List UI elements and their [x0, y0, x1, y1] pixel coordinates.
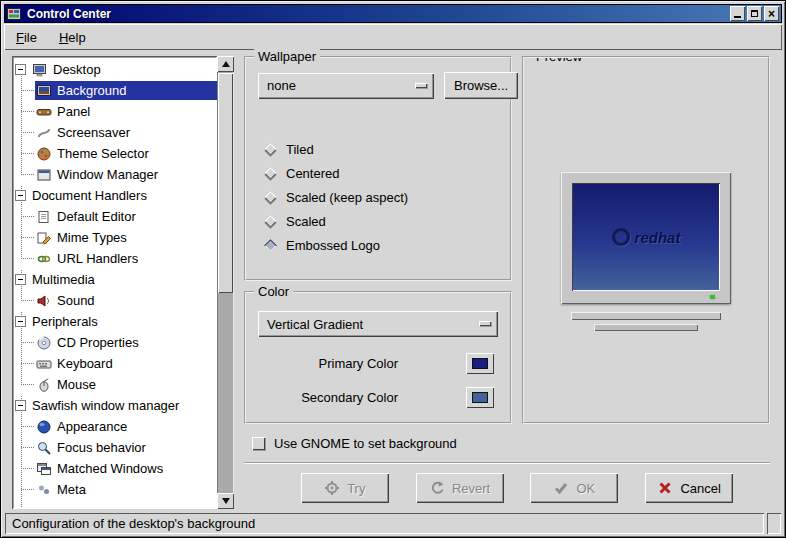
radio-indicator-icon — [264, 191, 277, 204]
wallpaper-file-value: none — [267, 78, 296, 93]
tree-connector — [15, 332, 35, 353]
tree-connector — [15, 143, 35, 164]
collapse-toggle-icon[interactable] — [15, 274, 26, 285]
minimize-icon — [734, 16, 741, 18]
minimize-button[interactable] — [730, 6, 745, 21]
scroll-down-button[interactable] — [217, 493, 234, 509]
radio-indicator-icon — [264, 167, 277, 180]
mime-types-icon — [36, 230, 52, 246]
tree-item-background[interactable]: Background — [12, 80, 217, 101]
main-content: Desktop Background Panel — [4, 50, 782, 509]
tree-item-panel[interactable]: Panel — [12, 101, 217, 122]
theme-selector-icon — [36, 146, 52, 162]
redhat-logo-text: redhat — [635, 229, 681, 246]
primary-color-button[interactable] — [466, 353, 494, 374]
secondary-color-button[interactable] — [466, 387, 494, 408]
tree-connector — [15, 290, 35, 311]
tree-item-multimedia[interactable]: Multimedia — [12, 269, 217, 290]
tree-connector — [15, 458, 35, 479]
menu-file[interactable]: File — [8, 27, 45, 48]
tree-item-mime-types[interactable]: Mime Types — [12, 227, 217, 248]
tree-item-desktop[interactable]: Desktop — [12, 59, 217, 80]
cancel-button[interactable]: Cancel — [645, 473, 733, 503]
tree-item-focus-behavior[interactable]: Focus behavior — [12, 437, 217, 458]
window-controls: × — [730, 6, 779, 21]
settings-area: Wallpaper none Browse... Tiled — [244, 56, 776, 509]
primary-color-swatch — [472, 358, 488, 369]
matched-windows-icon — [36, 461, 52, 477]
monitor-keyboard — [571, 312, 721, 320]
menu-help[interactable]: Help — [51, 27, 94, 48]
tree-item-url-handlers[interactable]: URL Handlers — [12, 248, 217, 269]
control-center-window: Control Center × File Help Desktop — [0, 0, 786, 538]
option-menu-indicator-icon — [415, 83, 427, 88]
status-text: Configuration of the desktop's backgroun… — [5, 513, 764, 534]
tree-connector — [15, 101, 35, 122]
tree-connector — [15, 248, 35, 269]
mouse-icon — [36, 377, 52, 393]
use-gnome-row[interactable]: Use GNOME to set background — [252, 436, 770, 451]
sound-icon — [36, 293, 52, 309]
collapse-toggle-icon[interactable] — [15, 190, 26, 201]
close-button[interactable]: × — [764, 6, 779, 21]
collapse-toggle-icon[interactable] — [15, 64, 26, 75]
tree-connector — [15, 122, 35, 143]
arrow-down-icon — [222, 498, 230, 504]
gradient-dropdown[interactable]: Vertical Gradient — [258, 311, 498, 337]
tree-item-window-manager[interactable]: Window Manager — [12, 164, 217, 185]
tree-item-default-editor[interactable]: Default Editor — [12, 206, 217, 227]
tree-connector — [15, 227, 35, 248]
action-button-row: Try Revert OK Cancel — [244, 462, 770, 509]
red-x-icon — [657, 480, 673, 496]
url-handlers-icon — [36, 251, 52, 267]
tree-item-screensaver[interactable]: Screensaver — [12, 122, 217, 143]
tree-item-document-handlers[interactable]: Document Handlers — [12, 185, 217, 206]
collapse-toggle-icon[interactable] — [15, 400, 26, 411]
scrollbar-thumb[interactable] — [218, 73, 233, 293]
browse-button[interactable]: Browse... — [444, 72, 518, 99]
radio-scaled[interactable]: Scaled — [264, 209, 498, 233]
secondary-color-swatch — [472, 392, 488, 403]
focus-behavior-icon — [36, 440, 52, 456]
tree-item-sound[interactable]: Sound — [12, 290, 217, 311]
radio-scaled-keep-aspect[interactable]: Scaled (keep aspect) — [264, 185, 498, 209]
tree-item-sawfish-window-manager[interactable]: Sawfish window manager — [12, 395, 217, 416]
maximize-button[interactable] — [747, 6, 762, 21]
scrollbar-track[interactable] — [217, 72, 234, 493]
scroll-up-button[interactable] — [217, 56, 234, 72]
use-gnome-checkbox[interactable] — [252, 437, 265, 450]
titlebar[interactable]: Control Center × — [4, 4, 782, 23]
tree-item-meta[interactable]: Meta — [12, 479, 217, 500]
radio-indicator-icon — [264, 215, 277, 228]
collapse-toggle-icon[interactable] — [15, 316, 26, 327]
revert-button[interactable]: Revert — [416, 473, 504, 503]
radio-embossed-logo[interactable]: Embossed Logo — [264, 233, 498, 257]
background-icon — [36, 83, 52, 99]
tree-item-peripherals[interactable]: Peripherals — [12, 311, 217, 332]
tree-item-mouse[interactable]: Mouse — [12, 374, 217, 395]
wallpaper-file-dropdown[interactable]: none — [258, 73, 434, 99]
category-tree-panel: Desktop Background Panel — [12, 56, 234, 509]
radio-tiled[interactable]: Tiled — [264, 137, 498, 161]
maximize-icon — [751, 10, 758, 17]
tree-scrollbar[interactable] — [217, 56, 234, 509]
tree-item-theme-selector[interactable]: Theme Selector — [12, 143, 217, 164]
ok-button[interactable]: OK — [530, 473, 618, 503]
try-button[interactable]: Try — [301, 473, 389, 503]
tree-connector — [15, 416, 35, 437]
color-group-label: Color — [254, 284, 293, 299]
app-icon — [7, 7, 21, 21]
window-manager-icon — [36, 167, 52, 183]
screensaver-icon — [36, 125, 52, 141]
secondary-color-label: Secondary Color — [301, 390, 398, 405]
wallpaper-mode-radios: Tiled Centered Scaled (keep aspect) — [258, 137, 498, 257]
default-editor-icon — [36, 209, 52, 225]
tree-connector — [15, 164, 35, 185]
resize-grip[interactable] — [767, 513, 781, 534]
tree-item-cd-properties[interactable]: CD Properties — [12, 332, 217, 353]
tree-item-matched-windows[interactable]: Matched Windows — [12, 458, 217, 479]
tree-item-keyboard[interactable]: Keyboard — [12, 353, 217, 374]
tree-item-appearance[interactable]: Appearance — [12, 416, 217, 437]
radio-centered[interactable]: Centered — [264, 161, 498, 185]
preview-group: Preview redhat — [522, 56, 770, 424]
